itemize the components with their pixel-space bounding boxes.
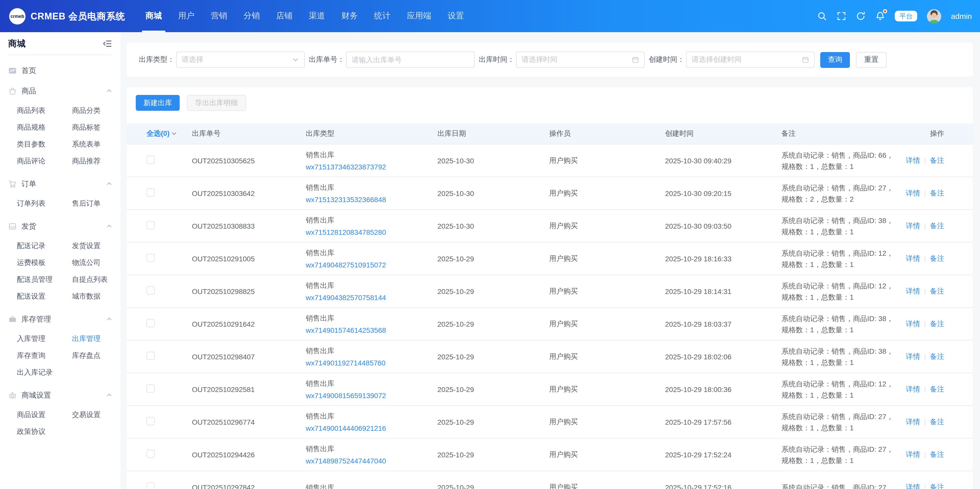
avatar[interactable] xyxy=(927,9,941,23)
remark-link[interactable]: 备注 xyxy=(930,417,944,427)
detail-link[interactable]: 详情 xyxy=(906,254,920,263)
sidebar-subitem[interactable]: 自提点列表 xyxy=(72,275,108,284)
detail-link[interactable]: 详情 xyxy=(906,385,920,394)
sidebar-subitem[interactable]: 物流公司 xyxy=(72,258,100,267)
sidebar-collapse-icon[interactable] xyxy=(103,39,112,48)
username[interactable]: admin xyxy=(951,12,972,21)
sidebar-subitem[interactable]: 运费模板 xyxy=(17,258,45,267)
outbound-type-select[interactable]: 请选择 xyxy=(176,51,305,68)
sidebar-subitem[interactable]: 商品标签 xyxy=(72,123,100,132)
row-checkbox[interactable] xyxy=(146,483,155,489)
nav-tab[interactable]: 统计 xyxy=(366,0,399,32)
detail-link[interactable]: 详情 xyxy=(906,352,920,361)
row-checkbox[interactable] xyxy=(146,254,155,262)
nav-tab[interactable]: 设置 xyxy=(439,0,472,32)
create-outbound-button[interactable]: 新建出库 xyxy=(136,95,180,111)
nav-tab[interactable]: 财务 xyxy=(333,0,366,32)
source-order-link[interactable]: wx714901574614253568 xyxy=(306,324,438,336)
remark-link[interactable]: 备注 xyxy=(930,287,944,296)
sidebar-subitem[interactable]: 系统表单 xyxy=(72,140,100,149)
remark-link[interactable]: 备注 xyxy=(930,385,944,394)
sidebar-subitem[interactable]: 库存查询 xyxy=(17,351,45,360)
source-order-link[interactable]: wx715132313532366848 xyxy=(306,193,438,205)
row-checkbox[interactable] xyxy=(146,319,155,327)
nav-tab[interactable]: 商城 xyxy=(137,0,170,32)
sidebar-subitem[interactable]: 交易设置 xyxy=(72,410,100,419)
sidebar-subitem[interactable]: 政策协议 xyxy=(17,427,45,436)
nav-tab[interactable]: 店铺 xyxy=(268,0,301,32)
source-order-link[interactable]: wx714904382570758144 xyxy=(306,291,438,303)
row-checkbox[interactable] xyxy=(146,188,155,196)
row-checkbox[interactable] xyxy=(146,286,155,295)
detail-link[interactable]: 详情 xyxy=(906,483,920,489)
search-button[interactable]: 查询 xyxy=(820,52,850,68)
sidebar-group-header[interactable]: 发货 xyxy=(0,216,121,236)
remark-link[interactable]: 备注 xyxy=(930,156,944,165)
nav-tab[interactable]: 分销 xyxy=(235,0,268,32)
detail-link[interactable]: 详情 xyxy=(906,221,920,231)
nav-tab[interactable]: 渠道 xyxy=(301,0,333,32)
nav-tab[interactable]: 用户 xyxy=(170,0,203,32)
remark-link[interactable]: 备注 xyxy=(930,352,944,361)
sidebar-subitem[interactable]: 出入库记录 xyxy=(17,368,52,377)
sidebar-subitem[interactable]: 库存盘点 xyxy=(72,351,100,360)
sidebar-subitem[interactable]: 商品列表 xyxy=(17,106,45,115)
detail-link[interactable]: 详情 xyxy=(906,287,920,296)
sidebar-subitem[interactable]: 城市数据 xyxy=(72,292,100,301)
source-order-link[interactable]: wx714901192714485760 xyxy=(306,357,438,369)
row-checkbox[interactable] xyxy=(146,450,155,458)
detail-link[interactable]: 详情 xyxy=(906,417,920,427)
source-order-link[interactable]: wx714898752447447040 xyxy=(306,454,438,467)
sidebar-subitem[interactable]: 入库管理 xyxy=(17,334,45,343)
row-checkbox[interactable] xyxy=(146,156,155,164)
nav-tab[interactable]: 营销 xyxy=(203,0,235,32)
create-time-picker[interactable]: 请选择创建时间 xyxy=(686,51,815,68)
remark-link[interactable]: 备注 xyxy=(930,319,944,328)
source-order-link[interactable]: wx715128120834785280 xyxy=(306,226,438,238)
reset-button[interactable]: 重置 xyxy=(856,52,886,68)
notifications-bell-icon[interactable] xyxy=(875,11,885,21)
export-outbound-button[interactable]: 导出出库明细 xyxy=(187,95,246,111)
sidebar-subitem[interactable]: 商品评论 xyxy=(17,156,45,166)
outbound-time-picker[interactable]: 请选择时间 xyxy=(516,51,645,68)
row-checkbox[interactable] xyxy=(146,384,155,392)
sidebar-subitem[interactable]: 发货设置 xyxy=(72,241,100,250)
sidebar-subitem[interactable]: 商品推荐 xyxy=(72,156,100,166)
sidebar-subitem[interactable]: 商品规格 xyxy=(17,123,45,132)
sidebar-subitem[interactable]: 配送员管理 xyxy=(17,275,52,284)
sidebar-subitem[interactable]: 类目参数 xyxy=(17,140,45,149)
detail-link[interactable]: 详情 xyxy=(906,156,920,165)
select-all-dropdown[interactable]: 全选(0) xyxy=(146,129,192,139)
source-order-link[interactable]: wx715137346323873792 xyxy=(306,161,438,173)
remark-link[interactable]: 备注 xyxy=(930,221,944,231)
nav-tab[interactable]: 应用端 xyxy=(399,0,439,32)
sidebar-group-header[interactable]: 首页 xyxy=(0,60,121,81)
sidebar-subitem[interactable]: 订单列表 xyxy=(17,199,45,208)
sidebar-group-header[interactable]: 商品 xyxy=(0,81,121,101)
sidebar-subitem[interactable]: 商品设置 xyxy=(17,410,45,419)
remark-link[interactable]: 备注 xyxy=(930,189,944,198)
sidebar-subitem[interactable]: 售后订单 xyxy=(72,199,100,208)
row-checkbox[interactable] xyxy=(146,352,155,360)
search-icon[interactable] xyxy=(817,11,827,21)
detail-link[interactable]: 详情 xyxy=(906,319,920,328)
detail-link[interactable]: 详情 xyxy=(906,189,920,198)
sidebar-subitem[interactable]: 出库管理 xyxy=(72,334,100,343)
row-checkbox[interactable] xyxy=(146,221,155,229)
refresh-icon[interactable] xyxy=(856,11,865,21)
platform-badge[interactable]: 平台 xyxy=(895,11,917,21)
source-order-link[interactable]: wx714900144406921216 xyxy=(306,422,438,434)
remark-link[interactable]: 备注 xyxy=(930,254,944,263)
sidebar-group-header[interactable]: 商城设置 xyxy=(0,385,121,405)
row-checkbox[interactable] xyxy=(146,417,155,425)
remark-link[interactable]: 备注 xyxy=(930,450,944,459)
source-order-link[interactable]: wx714904827510915072 xyxy=(306,258,438,271)
fullscreen-icon[interactable] xyxy=(837,11,846,21)
sidebar-group-header[interactable]: 订单 xyxy=(0,174,121,194)
remark-link[interactable]: 备注 xyxy=(930,483,944,489)
sidebar-group-header[interactable]: 库存管理 xyxy=(0,309,121,329)
source-order-link[interactable]: wx714900815659139072 xyxy=(306,389,438,401)
detail-link[interactable]: 详情 xyxy=(906,450,920,459)
sidebar-subitem[interactable]: 配送记录 xyxy=(17,241,45,250)
sidebar-subitem[interactable]: 配送设置 xyxy=(17,292,45,301)
